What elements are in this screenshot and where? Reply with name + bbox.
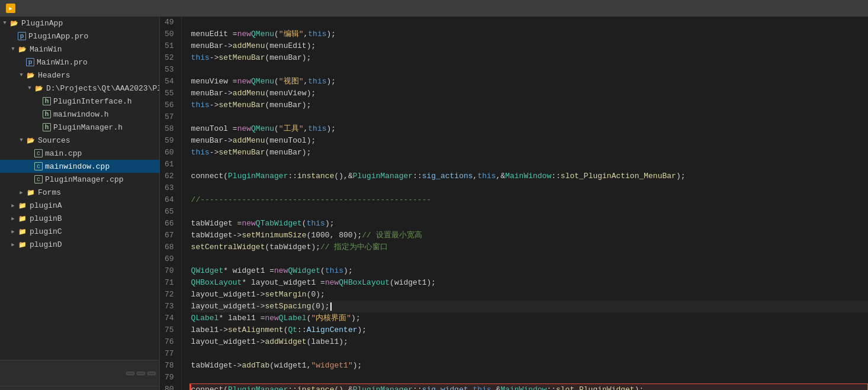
folder-icon: 📁 <box>18 214 27 223</box>
line-number-78: 78 <box>165 360 174 372</box>
code-line-60: this->setMenuBar(menuBar); <box>191 147 868 159</box>
folder-open-icon: 📂 <box>18 44 27 54</box>
folder-open-icon: 📂 <box>26 70 36 80</box>
line-number-74: 74 <box>165 312 174 324</box>
line-number-65: 65 <box>165 206 174 218</box>
line-number-75: 75 <box>165 324 174 336</box>
line-number-50: 50 <box>165 28 174 40</box>
h-file-icon: h <box>43 97 51 105</box>
code-line-52: this->setMenuBar(menuBar); <box>191 52 868 64</box>
code-line-66: tabWidget = new QTabWidget(this); <box>191 218 868 230</box>
tree-item-headers-path[interactable]: ▼📂D:\Projects\Qt\AAA2023\Plu <box>0 82 159 95</box>
code-line-70: QWidget* widget1 = new QWidget(this); <box>191 265 868 277</box>
bottom-btn-dropdown[interactable] <box>126 372 134 375</box>
code-line-69 <box>191 253 868 265</box>
tree-arrow-empty <box>25 175 34 184</box>
app-icon: ▶ <box>6 4 15 13</box>
open-file-label <box>0 386 159 390</box>
code-line-55: menuBar->addMenu(menuView); <box>191 88 868 99</box>
tree-arrow-empty <box>25 162 34 171</box>
tree-item-pluginapp-root[interactable]: ▼📂PluginApp <box>0 17 159 30</box>
h-file-icon: h <box>43 110 51 118</box>
tree-item-forms[interactable]: ▶📁Forms <box>0 186 159 199</box>
line-number-51: 51 <box>165 40 174 52</box>
tree-item-label: Forms <box>38 188 61 197</box>
cpp-file-icon: c <box>34 162 43 170</box>
code-line-54: menuView = new QMenu("视图", this); <box>191 76 868 88</box>
tree-item-sources[interactable]: ▼📂Sources <box>0 134 159 147</box>
tree-arrow-empty <box>8 31 18 41</box>
code-lines[interactable]: menuEdit = new QMenu("编辑", this); menuBa… <box>182 17 868 390</box>
tree-item-pluginc[interactable]: ▶📁pluginC <box>0 225 159 238</box>
tree-arrow: ▼ <box>17 70 26 80</box>
line-number-66: 66 <box>165 218 174 230</box>
line-number-52: 52 <box>165 52 174 64</box>
tree-item-plugind[interactable]: ▶📁pluginD <box>0 238 159 251</box>
code-line-77 <box>191 348 868 360</box>
tree-item-mainwin[interactable]: ▼📂MainWin <box>0 43 159 56</box>
tree-item-label: PluginManager.h <box>53 123 123 132</box>
folder-icon: 📁 <box>18 227 27 236</box>
tree-item-headers[interactable]: ▼📂Headers <box>0 69 159 82</box>
code-line-57 <box>191 111 868 123</box>
tree-item-plugina[interactable]: ▶📁pluginA <box>0 199 159 212</box>
line-number-73: 73 <box>165 301 174 312</box>
tree-item-label: pluginA <box>30 201 62 210</box>
tree-item-pluginapp-pro[interactable]: pPluginApp.pro <box>0 30 159 43</box>
tree-item-main-cpp[interactable]: cmain.cpp <box>0 147 159 160</box>
tree-item-pluginmanager-h[interactable]: hPluginManager.h <box>0 121 159 134</box>
sidebar: ▼📂PluginApppPluginApp.pro▼📂MainWinpMainW… <box>0 17 160 390</box>
tree-item-pluginmanager-cpp[interactable]: cPluginManager.cpp <box>0 173 159 186</box>
line-number-57: 57 <box>165 111 174 123</box>
tree-arrow-empty <box>33 96 43 106</box>
line-number-76: 76 <box>165 336 174 348</box>
tree-item-mainwin-pro[interactable]: pMainWin.pro <box>0 56 159 69</box>
tree-item-label: Sources <box>38 136 70 145</box>
folder-icon: 📁 <box>18 240 27 249</box>
bottom-btn-split[interactable] <box>137 372 145 375</box>
editor-area[interactable]: 4950515253545556575859606162636465666768… <box>160 17 868 390</box>
tree-arrow: ▼ <box>17 136 26 145</box>
code-line-53 <box>191 64 868 76</box>
h-file-icon: h <box>43 123 51 131</box>
line-number-53: 53 <box>165 64 174 76</box>
code-line-67: tabWidget->setMinimumSize(1000, 800); //… <box>191 230 868 241</box>
tree-arrow: ▼ <box>0 18 9 28</box>
code-line-51: menuBar->addMenu(menuEdit); <box>191 40 868 52</box>
code-line-74: QLabel* label1 = new QLabel("内核界面"); <box>191 312 868 324</box>
tree-item-label: MainWin.pro <box>37 58 88 67</box>
tree-item-label: D:\Projects\Qt\AAA2023\Plu <box>46 84 160 93</box>
tree-item-label: PluginApp <box>21 19 63 28</box>
code-line-50: menuEdit = new QMenu("编辑", this); <box>191 28 868 40</box>
line-number-71: 71 <box>165 277 174 289</box>
tree-item-plugininterface-h[interactable]: hPluginInterface.h <box>0 95 159 108</box>
tree-item-label: pluginD <box>30 240 62 249</box>
bottom-bar <box>0 360 159 386</box>
folder-open-icon: 📂 <box>9 18 19 28</box>
code-line-80: connect(PluginManager::instance(),&Plugi… <box>189 383 868 390</box>
line-number-56: 56 <box>165 99 174 111</box>
tree-item-mainwindow-h[interactable]: hmainwindow.h <box>0 108 159 121</box>
folder-icon: 📁 <box>26 188 36 197</box>
bottom-btn-close[interactable] <box>147 372 156 375</box>
pro-file-icon: p <box>26 58 34 66</box>
tree-item-label: PluginInterface.h <box>53 97 132 106</box>
tree-item-mainwindow-cpp[interactable]: cmainwindow.cpp <box>0 160 159 173</box>
tree-arrow: ▼ <box>8 44 18 54</box>
code-line-49 <box>191 17 868 28</box>
tree-arrow-empty <box>33 123 43 132</box>
code-line-56: this->setMenuBar(menuBar); <box>191 99 868 111</box>
tree-arrow-empty <box>33 109 43 119</box>
folder-open-icon: 📂 <box>34 83 44 93</box>
line-number-79: 79 <box>165 372 174 383</box>
tree-arrow: ▶ <box>17 188 26 197</box>
tree-arrow: ▶ <box>8 214 18 223</box>
tree-item-pluginb[interactable]: ▶📁pluginB <box>0 212 159 225</box>
tree-arrow: ▼ <box>25 83 34 93</box>
line-number-69: 69 <box>165 253 174 265</box>
code-line-64: //--------------------------------------… <box>191 194 868 206</box>
line-number-61: 61 <box>165 159 174 170</box>
tree-item-label: MainWin <box>30 45 62 54</box>
code-line-68: setCentralWidget(tabWidget); // 指定为中心窗口 <box>191 241 868 253</box>
line-number-68: 68 <box>165 241 174 253</box>
